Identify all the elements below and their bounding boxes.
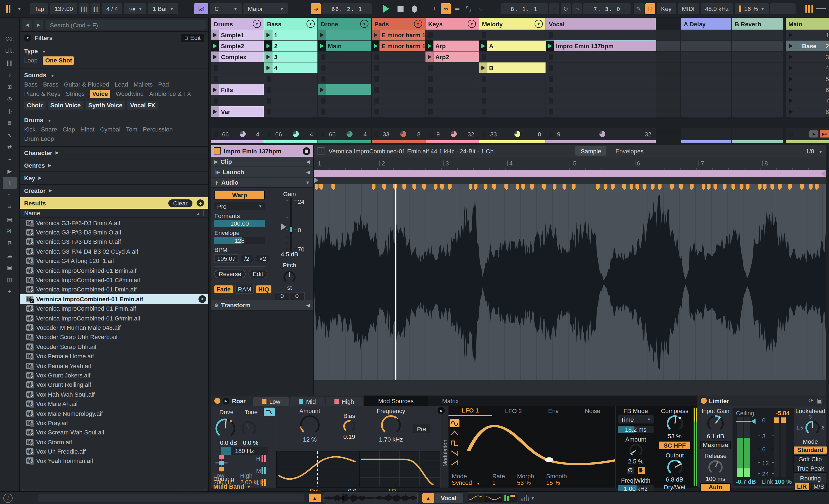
- empty-clip-slot[interactable]: [546, 30, 656, 41]
- empty-clip-slot[interactable]: [264, 95, 318, 106]
- empty-clip-slot[interactable]: [426, 63, 479, 73]
- record-button[interactable]: [412, 5, 418, 12]
- file-row[interactable]: ✓Veronica G4 A long 120_1.aif: [20, 256, 208, 266]
- loop-start-field[interactable]: 8. 1. 1: [501, 3, 548, 14]
- file-row[interactable]: ✓Vox Female Yeah.aif: [20, 361, 208, 371]
- input-gain-value[interactable]: 6.1 dB: [707, 433, 724, 439]
- filter-tag-tom[interactable]: Tom: [126, 125, 138, 134]
- return-slot[interactable]: [681, 41, 731, 51]
- type-section-title[interactable]: Type ▼: [24, 48, 204, 54]
- clip-slot[interactable]: Complex: [211, 51, 264, 63]
- filter-tag-drum-loop[interactable]: Drum Loop: [24, 135, 54, 143]
- rail-item-[interactable]: ▶: [2, 165, 17, 177]
- rail-item-[interactable]: ∿: [2, 129, 17, 141]
- filters-collapse-icon[interactable]: ▼: [24, 34, 31, 41]
- fb-mode-menu[interactable]: Time▼: [618, 415, 654, 423]
- file-row[interactable]: ✓Vox Scream Wah Soul.aif: [20, 428, 208, 437]
- clip-slot[interactable]: Arp: [426, 41, 479, 51]
- clip-slot[interactable]: 1: [264, 30, 318, 41]
- punch-out-icon[interactable]: ¬: [572, 3, 582, 14]
- loop-length-field[interactable]: 7. 3. 0: [584, 3, 630, 14]
- file-row[interactable]: ✓Veronica ImproCombined-01 Fmin.aif: [20, 304, 208, 313]
- lfo-shape-button-1[interactable]: [449, 429, 460, 437]
- info-view-icon[interactable]: i: [3, 493, 12, 503]
- overdub-plus-icon[interactable]: +: [429, 3, 439, 14]
- fb-amount-knob[interactable]: [628, 443, 643, 458]
- rail-item-[interactable]: ◫: [2, 273, 17, 285]
- empty-clip-slot[interactable]: [426, 30, 479, 41]
- empty-clip-slot[interactable]: [318, 95, 371, 106]
- pitch-value-fields[interactable]: 00: [275, 292, 304, 300]
- clip-slot[interactable]: [318, 84, 371, 95]
- file-row[interactable]: ✓Veronica G3-F#3-D3 Bmin U.aif: [20, 237, 208, 247]
- roar-activator-icon[interactable]: [214, 398, 220, 404]
- rail-item-[interactable]: ·|·: [2, 105, 17, 117]
- return-slot[interactable]: [681, 63, 731, 73]
- return-slot[interactable]: [732, 30, 783, 41]
- file-row[interactable]: ✓Vox Storm.aif: [20, 437, 208, 447]
- seg-bpm-field[interactable]: 105.07: [214, 254, 238, 263]
- track-status-keys[interactable]: 932: [426, 128, 479, 140]
- rail-item-[interactable]: ☁: [2, 249, 17, 261]
- empty-clip-slot[interactable]: [318, 73, 371, 84]
- scene-row-6[interactable]: 6: [786, 84, 829, 95]
- empty-clip-slot[interactable]: [211, 95, 264, 106]
- bias-value[interactable]: 0.19: [344, 433, 355, 440]
- empty-clip-slot[interactable]: [372, 51, 425, 63]
- browser-forward-icon[interactable]: ▶: [34, 20, 43, 30]
- auto-release-button[interactable]: Auto: [700, 483, 731, 492]
- filter-tag-bass[interactable]: Bass: [24, 81, 38, 89]
- track-header-bass[interactable]: Bass▼: [264, 18, 318, 30]
- lfo-rate-value[interactable]: 1: [492, 479, 495, 486]
- empty-clip-slot[interactable]: [426, 106, 479, 117]
- tempo-field[interactable]: 137.00: [50, 3, 77, 14]
- expand-modulation-icon[interactable]: ▶: [437, 407, 445, 414]
- launch-section-row[interactable]: ‖▶Launch◀: [211, 167, 313, 178]
- warp-mode-menu[interactable]: Pro▼: [214, 202, 265, 210]
- tone-value[interactable]: 0.0 %: [243, 439, 258, 446]
- file-row[interactable]: ✓Vox Yeah Ironman.aif: [20, 456, 208, 466]
- mod-panel-tab-mod-sources[interactable]: Mod Sources: [364, 395, 428, 406]
- return-slot[interactable]: [732, 51, 783, 63]
- empty-clip-slot[interactable]: [318, 51, 371, 63]
- compress-value[interactable]: 53 %: [668, 433, 682, 439]
- lookahead-knob[interactable]: [804, 420, 821, 436]
- return-header[interactable]: B Reverb: [732, 18, 783, 30]
- return-slot[interactable]: [681, 106, 731, 117]
- search-input[interactable]: Search (Cmd + F): [45, 20, 206, 30]
- empty-clip-slot[interactable]: [264, 84, 318, 95]
- rail-item-[interactable]: ||||: [2, 56, 17, 69]
- roar-band-tab-high[interactable]: High: [326, 397, 363, 406]
- lfo-tab-noise[interactable]: Noise: [572, 406, 613, 416]
- fb-spectrum-button[interactable]: ⊪: [637, 466, 646, 474]
- ceiling-handle[interactable]: [751, 419, 756, 424]
- fb-time-slider[interactable]: 18.2 ms: [618, 426, 654, 433]
- empty-clip-slot[interactable]: [479, 95, 545, 106]
- return-slot[interactable]: [681, 73, 731, 84]
- return-slot[interactable]: [681, 95, 731, 106]
- clip-slot[interactable]: Simple2: [211, 41, 264, 51]
- empty-clip-slot[interactable]: [372, 84, 425, 95]
- limiter-mode-soft-clip[interactable]: Soft Clip: [793, 455, 827, 463]
- loop-start-marker[interactable]: [314, 170, 319, 176]
- track-status-drone[interactable]: 664: [318, 128, 371, 140]
- rail-item-[interactable]: ⊞: [2, 81, 17, 92]
- output-knob[interactable]: [666, 459, 683, 476]
- empty-clip-slot[interactable]: [479, 106, 545, 117]
- file-row[interactable]: ✓Veronica ImproCombined-01 Bmin.aif: [20, 266, 208, 275]
- output-value[interactable]: 6.8 dB: [666, 476, 683, 482]
- empty-clip-slot[interactable]: [426, 84, 479, 95]
- waveform-display[interactable]: [314, 184, 826, 380]
- clip-slot[interactable]: 2: [264, 41, 318, 51]
- beat-ruler[interactable]: 12345678: [314, 157, 826, 170]
- empty-clip-slot[interactable]: [372, 95, 425, 106]
- bias-knob[interactable]: [342, 419, 356, 433]
- tone-filter-icon[interactable]: [264, 408, 275, 416]
- follow-button[interactable]: ➔: [311, 3, 321, 14]
- fb-amount-value[interactable]: 2.5 %: [628, 458, 643, 465]
- low-split-value[interactable]: 200 Hz: [213, 479, 232, 486]
- edit-sample-button[interactable]: Edit: [248, 270, 267, 278]
- release-value[interactable]: 100 ms: [706, 475, 725, 482]
- return-slot[interactable]: [732, 84, 783, 95]
- nudge-up-icon[interactable]: ||||: [91, 3, 100, 14]
